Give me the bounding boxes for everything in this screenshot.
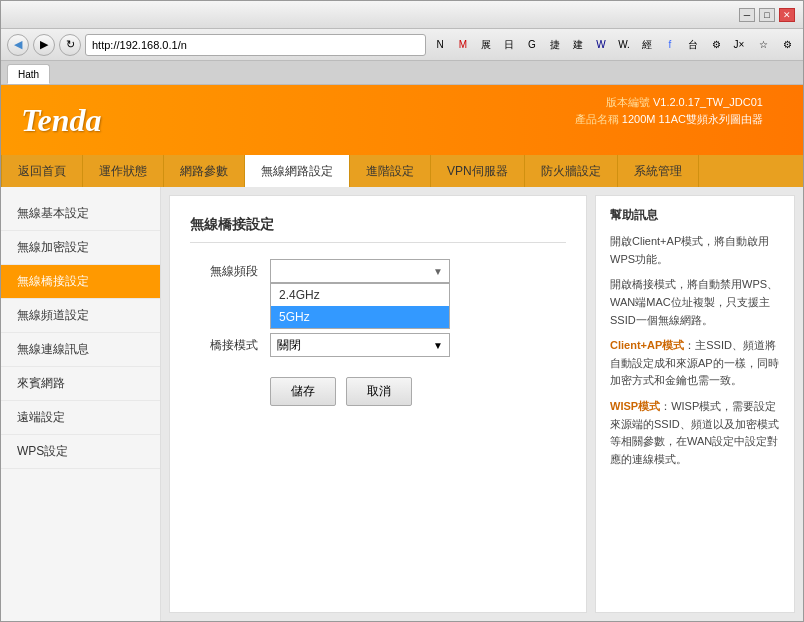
browser-tabs: Hath	[1, 61, 803, 85]
maximize-button[interactable]: □	[759, 8, 775, 22]
help-text2: 開啟橋接模式，將自動禁用WPS、WAN端MAC位址複製，只支援主SSID一個無線…	[610, 276, 780, 329]
router-main: 無線基本設定 無線加密設定 無線橋接設定 無線頻道設定 無線連線訊息 來賓網路 …	[1, 187, 803, 621]
sidebar: 無線基本設定 無線加密設定 無線橋接設定 無線頻道設定 無線連線訊息 來賓網路 …	[1, 187, 161, 621]
product-label: 產品名稱	[575, 113, 619, 125]
ext-icon2[interactable]: 日	[499, 35, 519, 55]
ext-icon4[interactable]: 捷	[545, 35, 565, 55]
ext-icon1[interactable]: 展	[476, 35, 496, 55]
sidebar-item-relay[interactable]: 遠端設定	[1, 401, 160, 435]
browser-window: ─ □ ✕ ◀ ▶ ↻ N M 展 日 G 捷 建 W W. 經 f 台 ⚙ J…	[0, 0, 804, 622]
minimize-button[interactable]: ─	[739, 8, 755, 22]
sidebar-item-info[interactable]: 無線連線訊息	[1, 333, 160, 367]
settings-icon[interactable]: ⚙	[777, 35, 797, 55]
titlebar: ─ □ ✕	[1, 1, 803, 29]
nav-network[interactable]: 網路參數	[164, 155, 245, 187]
bridge-mode-label: 橋接模式	[190, 333, 270, 354]
help-client-ap-section: Client+AP模式：主SSID、頻道將自動設定成和來源AP的一樣，同時加密方…	[610, 337, 780, 390]
version-value: V1.2.0.17_TW_JDC01	[653, 96, 763, 108]
tenda-logo: Tenda	[21, 102, 102, 139]
sidebar-item-security[interactable]: 無線加密設定	[1, 231, 160, 265]
band-dropdown-list: 2.4GHz 5GHz	[270, 283, 450, 329]
address-bar[interactable]	[85, 34, 426, 56]
sidebar-item-channel[interactable]: 無線頻道設定	[1, 299, 160, 333]
product-row: 產品名稱 1200M 11AC雙頻永列圖由器	[575, 112, 763, 127]
button-row: 儲存 取消	[270, 377, 566, 406]
facebook-icon[interactable]: f	[660, 35, 680, 55]
cancel-button[interactable]: 取消	[346, 377, 412, 406]
nav-system[interactable]: 系統管理	[618, 155, 699, 187]
ext-icon10[interactable]: J×	[729, 35, 749, 55]
header-info: 版本編號 V1.2.0.17_TW_JDC01 產品名稱 1200M 11AC雙…	[575, 95, 763, 129]
bridge-mode-dropdown[interactable]: 關閉 ▼	[270, 333, 450, 357]
help-link2[interactable]: WISP模式	[610, 400, 660, 412]
router-nav: 返回首頁 運作狀態 網路參數 無線網路設定 進階設定 VPN伺服器 防火牆設定 …	[1, 155, 803, 187]
sidebar-item-bridge[interactable]: 無線橋接設定	[1, 265, 160, 299]
bridge-mode-row: 橋接模式 關閉 ▼	[190, 333, 566, 357]
band-option-24[interactable]: 2.4GHz	[271, 284, 449, 306]
ext-icon8[interactable]: 經	[637, 35, 657, 55]
sidebar-item-wps[interactable]: WPS設定	[1, 435, 160, 469]
close-button[interactable]: ✕	[779, 8, 795, 22]
band-label: 無線頻段	[190, 259, 270, 280]
back-button[interactable]: ◀	[7, 34, 29, 56]
band-dropdown[interactable]: ▼	[270, 259, 450, 283]
ext-icon5[interactable]: 建	[568, 35, 588, 55]
toolbar-icons: N M 展 日 G 捷 建 W W. 經 f 台 ⚙ J×	[430, 35, 749, 55]
help-link1[interactable]: Client+AP模式	[610, 339, 684, 351]
band-row: 無線頻段 ▼ 2.4GHz 5GHz	[190, 259, 566, 283]
nav-advanced[interactable]: 進階設定	[350, 155, 431, 187]
forward-button[interactable]: ▶	[33, 34, 55, 56]
router-header: Tenda 版本編號 V1.2.0.17_TW_JDC01 產品名稱 1200M…	[1, 85, 803, 155]
band-dropdown-container: ▼ 2.4GHz 5GHz	[270, 259, 450, 283]
ext-icon6[interactable]: W	[591, 35, 611, 55]
help-title: 幫助訊息	[610, 206, 780, 225]
band-control: ▼ 2.4GHz 5GHz	[270, 259, 470, 283]
version-row: 版本編號 V1.2.0.17_TW_JDC01	[575, 95, 763, 110]
active-tab[interactable]: Hath	[7, 64, 50, 84]
help-panel: 幫助訊息 開啟Client+AP模式，將自動啟用WPS功能。 開啟橋接模式，將自…	[595, 195, 795, 613]
sidebar-item-guest[interactable]: 來賓網路	[1, 367, 160, 401]
dropdown-arrow-icon: ▼	[433, 266, 443, 277]
ext-icon7[interactable]: W.	[614, 35, 634, 55]
gmail-icon[interactable]: M	[453, 35, 473, 55]
sidebar-item-basic[interactable]: 無線基本設定	[1, 197, 160, 231]
save-button[interactable]: 儲存	[270, 377, 336, 406]
nav-vpn[interactable]: VPN伺服器	[431, 155, 525, 187]
help-text1: 開啟Client+AP模式，將自動啟用WPS功能。	[610, 233, 780, 268]
product-value: 1200M 11AC雙頻永列圖由器	[622, 113, 763, 125]
bridge-mode-arrow-icon: ▼	[433, 340, 443, 351]
browser-toolbar: ◀ ▶ ↻ N M 展 日 G 捷 建 W W. 經 f 台 ⚙ J× ☆ ⚙	[1, 29, 803, 61]
bridge-mode-value: 關閉	[277, 337, 301, 354]
nav-firewall[interactable]: 防火牆設定	[525, 155, 618, 187]
version-label: 版本編號	[606, 96, 650, 108]
bridge-mode-control: 關閉 ▼	[270, 333, 470, 357]
refresh-button[interactable]: ↻	[59, 34, 81, 56]
gear-icon[interactable]: ⚙	[706, 35, 726, 55]
band-option-5[interactable]: 5GHz	[271, 306, 449, 328]
content-panel: 無線橋接設定 無線頻段 ▼ 2.4GHz 5GHz	[169, 195, 587, 613]
help-wisp-section: WISP模式：WISP模式，需要設定來源端的SSID、頻道以及加密模式等相關參數…	[610, 398, 780, 468]
bridge-mode-select-wrapper: 關閉 ▼	[270, 333, 450, 357]
bookmark-icon[interactable]: N	[430, 35, 450, 55]
star-icon[interactable]: ☆	[753, 35, 773, 55]
ext-icon3[interactable]: G	[522, 35, 542, 55]
nav-home[interactable]: 返回首頁	[1, 155, 83, 187]
router-ui: Tenda 版本編號 V1.2.0.17_TW_JDC01 產品名稱 1200M…	[1, 85, 803, 621]
ext-icon9[interactable]: 台	[683, 35, 703, 55]
content-title: 無線橋接設定	[190, 216, 566, 243]
nav-wireless[interactable]: 無線網路設定	[245, 155, 350, 187]
nav-status[interactable]: 運作狀態	[83, 155, 164, 187]
